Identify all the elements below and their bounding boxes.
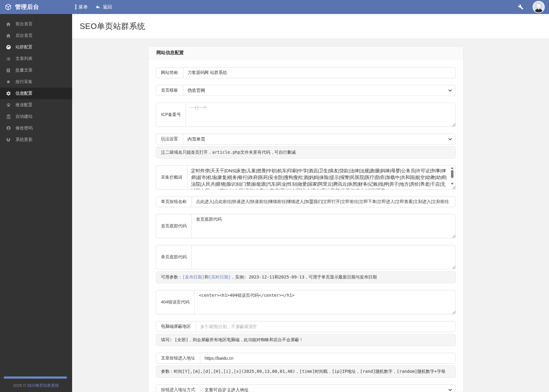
block-words-label: 采集拦截词 — [156, 165, 187, 190]
icp-label: ICP备案号 — [156, 103, 186, 127]
copyright-text: 2025 © — [13, 383, 27, 388]
brand-title: 管理后台 — [15, 3, 39, 11]
paw-icon — [6, 103, 11, 107]
topbar: 管理后台 菜单 返回 — [0, 0, 549, 14]
block-words-group: 采集拦截词 定时炸弹|天天干|DNS|床垫|儿童|慈善|中职|机车|印刷|中学|… — [156, 165, 456, 190]
reply-arrow-icon — [96, 5, 101, 10]
wrench-icon[interactable] — [518, 4, 523, 10]
sidebar-item-article-list[interactable]: 文章列表 — [0, 53, 72, 65]
footer-link[interactable]: SEO单页站群系统 — [27, 383, 59, 388]
sidebar-item-label: 前台首页 — [16, 21, 33, 27]
sidebar-item-label: 自动建站 — [16, 114, 33, 119]
cog-burst-icon — [6, 80, 11, 84]
scrollbar-thumb[interactable] — [451, 170, 453, 178]
scroll-down-icon[interactable] — [451, 183, 453, 185]
sidebar-item-label: 按行采集 — [16, 79, 33, 85]
sidebar-item-label: 推送配置 — [16, 102, 33, 108]
sidebar-item-label: 修改密码 — [16, 125, 33, 131]
page-footer-code-textarea[interactable] — [191, 245, 456, 269]
pc-block-note: 填写: [全部]，则会屏蔽所有地区电脑端，此功能对蜘蛛和后台不会屏蔽！ — [156, 334, 456, 346]
back-button[interactable]: 返回 — [96, 4, 112, 10]
realtime-date-link[interactable]: [实时日期] — [209, 275, 231, 279]
sidebar-item-label: 后台首页 — [16, 33, 33, 38]
avatar[interactable] — [533, 1, 545, 13]
error404-group: 404错误页代码 <center><h1>404错误页代码</center></… — [156, 290, 456, 314]
sidebar: 前台首页 后台首页 站群配置 — [0, 14, 72, 392]
textarea-scrollbar — [450, 166, 454, 185]
page-footer-code-label: 单页底部代码 — [156, 245, 191, 269]
site-info-card: 网站信息配置 网站简称 首页模板 伪造官网 — [148, 46, 463, 392]
button-names-label: 单页按钮名称 — [156, 196, 191, 207]
site-name-input[interactable] — [183, 67, 456, 78]
pc-block-group: 电脑端屏蔽地区 — [156, 321, 456, 332]
play-mode-select[interactable]: 内页单页 — [183, 134, 456, 145]
home-icon — [6, 22, 11, 26]
vertical-dots-icon — [75, 5, 76, 9]
article-url-input[interactable] — [200, 353, 456, 364]
content: 网站信息配置 网站简称 首页模板 伪造官网 — [72, 39, 549, 392]
sidebar-item-system-update[interactable]: 系统更新 — [0, 134, 72, 145]
sidebar-item-batch-articles[interactable]: 批量文章 — [0, 65, 72, 76]
sidebar-item-sitegroup-config[interactable]: 站群配置 — [0, 41, 72, 53]
home-template-label: 首页模板 — [156, 85, 183, 96]
home-template-group: 首页模板 伪造官网 — [156, 85, 456, 96]
page-title: SEO单页站群系统 — [80, 21, 145, 32]
play-mode-group: 玩法设置 内页单页 — [156, 134, 456, 145]
error404-label: 404错误页代码 — [156, 290, 194, 314]
book-icon — [6, 68, 11, 73]
main: SEO单页站群系统 网站信息配置 网站简称 首页模板 — [72, 14, 549, 392]
menu-toggle-label: 菜单 — [79, 4, 88, 10]
article-url-group: 文章按钮进入地址 — [156, 353, 456, 364]
gear-icon — [6, 91, 11, 96]
article-url-label: 文章按钮进入地址 — [156, 353, 200, 364]
pc-block-label: 电脑端屏蔽地区 — [156, 321, 196, 332]
globe-icon — [6, 45, 11, 50]
article-url-note: 参数：时间[Y],[m],[d],[H],[i],[s](2025,09,13,… — [156, 366, 456, 378]
list-icon — [6, 57, 11, 61]
play-mode-label: 玩法设置 — [156, 134, 183, 145]
sidebar-item-admin-home[interactable]: 后台首页 — [0, 30, 72, 41]
home-footer-code-textarea[interactable]: 首页底部代码 — [191, 214, 456, 238]
sidebar-item-info-config[interactable]: 信息配置 — [0, 88, 72, 99]
site-name-group: 网站简称 — [156, 67, 456, 78]
page-footer-code-group: 单页底部代码 — [156, 245, 456, 269]
sidebar-menu: 前台首页 后台首页 站群配置 — [0, 14, 72, 145]
sidebar-item-label: 系统更新 — [16, 137, 33, 142]
sidebar-item-auto-build[interactable]: 自动建站 — [0, 111, 72, 122]
sidebar-item-line-collect[interactable]: 按行采集 — [0, 76, 72, 88]
home-footer-code-group: 首页底部代码 首页底部代码 — [156, 214, 456, 238]
brand[interactable]: 管理后台 — [0, 3, 72, 11]
home-footer-code-label: 首页底部代码 — [156, 214, 191, 238]
sidebar-item-change-password[interactable]: 修改密码 — [0, 122, 72, 134]
user-circle-icon — [6, 126, 11, 131]
page-head: SEO单页站群系统 — [72, 14, 549, 39]
url-mode-label: 按钮进入地址方式 — [156, 384, 200, 392]
button-names-group: 单页按钮名称 — [156, 196, 456, 207]
sidebar-item-label: 文章列表 — [16, 56, 33, 61]
topbar-right — [518, 1, 549, 13]
home-icon — [6, 33, 11, 38]
sidebar-footer: 2025 © SEO单页站群系统 — [0, 383, 72, 388]
sidebar-item-front-home[interactable]: 前台首页 — [0, 18, 72, 30]
sidebar-item-push-config[interactable]: 推送配置 — [0, 99, 72, 111]
block-words-textarea[interactable]: 定时炸弹|天天干|DNS|床垫|儿童|慈善|中职|机车|印刷|中学|酒店|卫生|… — [187, 165, 456, 190]
url-mode-select[interactable]: 文章可自定义进入地址 — [200, 384, 456, 392]
pc-block-input[interactable] — [196, 321, 456, 332]
sidebar-scrollbar-thumb[interactable] — [4, 376, 67, 379]
magnet-icon — [6, 138, 11, 142]
icp-textarea[interactable] — [186, 103, 456, 127]
error404-textarea[interactable]: <center><h1>404错误页代码</center></h1> — [194, 290, 456, 314]
play-mode-note: 泛二级域名只能首页打开，article.php文件夹里有代码，可自行删减 — [156, 146, 456, 159]
topnav: 菜单 返回 — [75, 4, 112, 10]
card-header: 网站信息配置 — [149, 47, 463, 59]
back-button-label: 返回 — [103, 4, 112, 10]
publish-date-link[interactable]: [发布日期] — [182, 275, 205, 279]
button-names-input[interactable] — [191, 196, 456, 207]
bank-icon — [6, 114, 11, 119]
home-template-select[interactable]: 伪造官网 — [183, 85, 456, 96]
site-name-label: 网站简称 — [156, 67, 183, 78]
sidebar-item-label: 批量文章 — [16, 68, 33, 73]
menu-toggle[interactable]: 菜单 — [75, 4, 88, 10]
icp-group: ICP备案号 — [156, 103, 456, 127]
shell: 前台首页 后台首页 站群配置 — [0, 14, 549, 392]
